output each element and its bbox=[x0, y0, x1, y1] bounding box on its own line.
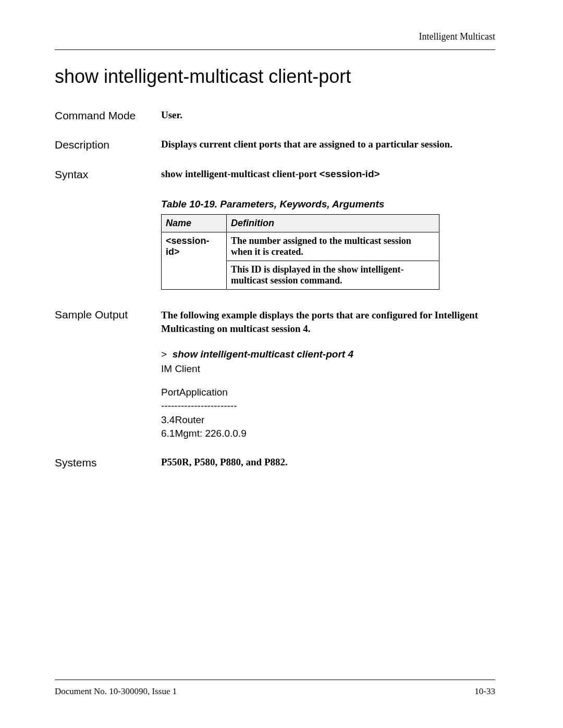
param-table: Name Definition <session-id> The number … bbox=[161, 214, 439, 290]
description-label: Description bbox=[55, 138, 159, 152]
sample-line: PortApplication bbox=[161, 386, 495, 400]
table-head-row: Name Definition bbox=[162, 215, 439, 232]
td-def-1: The number assigned to the multicast ses… bbox=[227, 232, 439, 261]
field-grid-2: Sample Output The following example disp… bbox=[55, 307, 495, 470]
sample-line: 6.1Mgmt: 226.0.0.9 bbox=[161, 427, 495, 441]
td-def-2: This ID is displayed in the show intelli… bbox=[227, 261, 439, 290]
field-grid: Command Mode User. Description Displays … bbox=[55, 108, 495, 182]
th-name: Name bbox=[162, 215, 227, 232]
running-head: Intelligent Multicast bbox=[55, 31, 495, 42]
systems-value: P550R, P580, P880, and P882. bbox=[161, 455, 495, 470]
sample-line: IM Client bbox=[161, 362, 495, 376]
command-mode-label: Command Mode bbox=[55, 108, 159, 123]
sample-line: ----------------------- bbox=[161, 399, 495, 413]
footer: Document No. 10-300090, Issue 1 10-33 bbox=[55, 680, 495, 697]
page: Intelligent Multicast show intelligent-m… bbox=[0, 0, 563, 728]
systems-label: Systems bbox=[55, 455, 159, 470]
footer-right: 10-33 bbox=[474, 686, 495, 697]
syntax-value: show intelligent-multicast client-port <… bbox=[161, 167, 495, 182]
sample-output-label: Sample Output bbox=[55, 307, 159, 441]
description-value: Displays current client ports that are a… bbox=[161, 138, 495, 152]
syntax-arg: <session-id> bbox=[319, 168, 380, 179]
sample-line: 3.4Router bbox=[161, 413, 495, 427]
sample-body: IM Client PortApplication --------------… bbox=[161, 362, 495, 441]
sample-prompt: > bbox=[161, 349, 167, 360]
footer-left: Document No. 10-300090, Issue 1 bbox=[55, 686, 177, 697]
th-definition: Definition bbox=[227, 215, 439, 232]
table-caption: Table 10-19. Parameters, Keywords, Argum… bbox=[161, 199, 495, 210]
sample-command-line: > show intelligent-multicast client-port… bbox=[161, 348, 495, 361]
sample-intro: The following example displays the ports… bbox=[161, 309, 495, 335]
syntax-prefix: show intelligent-multicast client-port bbox=[161, 168, 319, 179]
syntax-label: Syntax bbox=[55, 167, 159, 182]
sample-output-block: The following example displays the ports… bbox=[161, 309, 495, 441]
footer-row: Document No. 10-300090, Issue 1 10-33 bbox=[55, 686, 495, 697]
bottom-rule bbox=[55, 680, 495, 680]
command-mode-value: User. bbox=[161, 108, 495, 123]
top-rule bbox=[55, 50, 495, 50]
td-name: <session-id> bbox=[162, 232, 227, 290]
table-row: <session-id> The number assigned to the … bbox=[162, 232, 439, 261]
page-title: show intelligent-multicast client-port bbox=[55, 66, 495, 88]
sample-command: show intelligent-multicast client-port 4 bbox=[173, 349, 353, 360]
